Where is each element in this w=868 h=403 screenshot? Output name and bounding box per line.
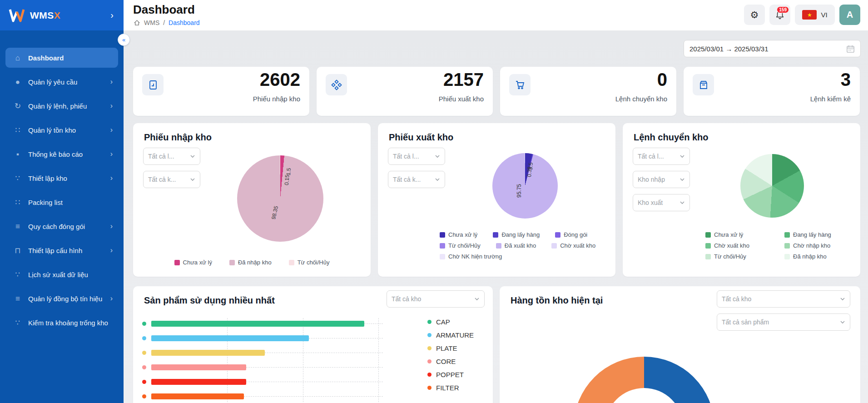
filter-select[interactable]: Kho nhập bbox=[633, 171, 690, 188]
sidebar-item[interactable]: ↻ Quản lý lệnh, phiếu › bbox=[5, 96, 118, 116]
import-receipt-icon bbox=[142, 74, 164, 95]
bar-chart-plot bbox=[142, 321, 383, 403]
bar-fill bbox=[151, 321, 364, 327]
card-title: Hàng tồn kho hiện tại bbox=[511, 295, 603, 306]
notifications-button[interactable]: 159 bbox=[769, 5, 790, 25]
bar-row bbox=[142, 321, 383, 327]
legend-item: Từ chối/Hủy bbox=[705, 253, 764, 260]
chevron-down-icon bbox=[190, 177, 195, 182]
date-range-picker[interactable]: 2025/03/01 → 2025/03/31 bbox=[684, 40, 861, 57]
bar-dashed-trail bbox=[246, 382, 383, 382]
card-title: Phiếu xuất kho bbox=[389, 132, 453, 143]
logo-text: WMSX bbox=[30, 10, 60, 21]
sidebar-item[interactable]: ≡ Quy cách đóng gói › bbox=[5, 216, 118, 236]
legend-label: FILTER bbox=[436, 384, 459, 392]
sidebar-item[interactable]: ▪ Thống kê báo cáo › bbox=[5, 144, 118, 164]
config-lock-icon: ⊓ bbox=[12, 247, 24, 254]
bar-category-dot bbox=[142, 365, 146, 369]
stocktake-order-icon bbox=[693, 74, 714, 95]
legend-item: PLATE bbox=[427, 344, 474, 352]
sidebar-item[interactable]: ∷ Quản lý tồn kho › bbox=[5, 120, 118, 140]
chevron-down-icon bbox=[190, 154, 195, 159]
warehouse-select[interactable]: Tất cả kho bbox=[387, 290, 485, 308]
sidebar-item[interactable]: ∷ Packing list bbox=[5, 192, 118, 212]
filter-select[interactable]: Tất cả l... bbox=[633, 148, 690, 165]
bar-track bbox=[151, 379, 383, 385]
home-icon bbox=[134, 20, 140, 26]
top-products-card: Sản phẩm sử dụng nhiều nhất Tất cả kho C… bbox=[133, 286, 493, 403]
bar-category-dot bbox=[142, 380, 146, 384]
bar-row bbox=[142, 379, 383, 385]
legend-dot bbox=[427, 333, 432, 337]
bar-track bbox=[151, 335, 383, 341]
legend-dot bbox=[427, 320, 432, 324]
stat-label: Lệnh kiểm kê bbox=[810, 95, 851, 103]
sidebar-expand-icon[interactable]: › bbox=[110, 10, 114, 20]
sidebar-item[interactable]: ⌂ Dashboard bbox=[5, 48, 118, 68]
pie-legend: Chưa xử lý Đang lấy hàng Đóng gói Từ chố… bbox=[440, 231, 609, 260]
inventory-management-icon: ∷ bbox=[12, 126, 24, 134]
legend-dot bbox=[427, 386, 432, 390]
export-receipt-icon bbox=[326, 74, 347, 95]
filter-select[interactable]: Tất cả k... bbox=[388, 171, 445, 188]
filter-select[interactable]: Kho xuất bbox=[633, 194, 690, 211]
avatar[interactable]: A bbox=[839, 5, 860, 25]
bar-fill bbox=[151, 350, 265, 356]
legend-label: POPPET bbox=[436, 371, 464, 378]
bar-fill bbox=[151, 393, 244, 399]
legend-dot bbox=[427, 359, 432, 363]
legend-item: Đã xuất kho bbox=[496, 242, 536, 249]
legend-label: CAP bbox=[436, 318, 450, 326]
settings-button[interactable]: ⚙ bbox=[744, 5, 765, 25]
pie-slice-label: 0.39 bbox=[526, 166, 533, 177]
chevron-right-icon: › bbox=[110, 174, 113, 182]
sidebar-item[interactable]: ∵ Lịch sử xuất dữ liệu bbox=[5, 264, 118, 284]
chevron-down-icon bbox=[474, 296, 480, 302]
breadcrumb-current[interactable]: Dashboard bbox=[169, 19, 200, 26]
legend-item: FILTER bbox=[427, 384, 474, 392]
chevron-down-icon bbox=[840, 296, 845, 302]
breadcrumb-root[interactable]: WMS bbox=[144, 19, 159, 26]
filter-select[interactable]: Tất cả l... bbox=[388, 148, 445, 165]
sidebar-item[interactable]: ∵ Thiết lập kho › bbox=[5, 168, 118, 188]
pie-chart-export bbox=[492, 153, 558, 219]
bar-fill bbox=[151, 379, 246, 385]
legend-label: ARMATURE bbox=[436, 331, 474, 339]
stat-value: 2602 bbox=[260, 70, 300, 90]
packaging-spec-icon: ≡ bbox=[12, 223, 24, 230]
legend-item: Chưa xử lý bbox=[174, 259, 212, 266]
legend-item: Chưa xử lý bbox=[440, 231, 477, 238]
sidebar-item[interactable]: ∵ Kiểm tra khoảng trống kho bbox=[5, 313, 118, 333]
sidebar-item[interactable]: ≡ Quản lý đồng bộ tín hiệu › bbox=[5, 289, 118, 308]
stat-card-import: 2602 Phiếu nhập kho bbox=[133, 67, 309, 116]
stat-value: 0 bbox=[657, 70, 667, 90]
bar-fill bbox=[151, 335, 309, 341]
chevron-right-icon: › bbox=[110, 126, 113, 134]
gridline bbox=[378, 318, 379, 403]
stat-card-export: 2157 Phiếu xuất kho bbox=[317, 67, 493, 116]
sidebar-collapse-button[interactable]: « bbox=[118, 34, 130, 46]
breadcrumb-separator: / bbox=[163, 19, 165, 26]
card-title: Phiếu nhập kho bbox=[144, 132, 212, 143]
legend-item: Đóng gói bbox=[555, 231, 587, 238]
legend-item: Đã nhập kho bbox=[229, 259, 272, 266]
filter-selects: Tất cả kho Tất cả sản phẩm bbox=[717, 290, 850, 331]
legend-item: Chờ nhập kho bbox=[784, 242, 843, 249]
vietnam-flag-icon: ★ bbox=[802, 10, 817, 20]
stock-filter-select[interactable]: Tất cả sản phẩm bbox=[717, 313, 850, 331]
bar-category-dot bbox=[142, 322, 146, 326]
stock-donut-chart bbox=[574, 357, 714, 403]
legend-item: Đã nhập kho bbox=[784, 253, 843, 260]
home-icon: ⌂ bbox=[12, 54, 24, 62]
bar-category-dot bbox=[142, 336, 146, 340]
stock-filter-select[interactable]: Tất cả kho bbox=[717, 290, 850, 308]
sidebar-item[interactable]: ● Quản lý yêu cầu › bbox=[5, 72, 118, 92]
filter-select[interactable]: Tất cả l... bbox=[143, 148, 200, 165]
legend-item: Chờ NK hiện trường bbox=[440, 253, 502, 260]
filter-select[interactable]: Tất cả k... bbox=[143, 171, 200, 188]
pie-slice-label: 0.15 bbox=[283, 174, 291, 185]
language-button[interactable]: ★ VI bbox=[795, 5, 835, 25]
sidebar: WMSX › ⌂ Dashboard ● Quản lý yêu cầu › ↻… bbox=[0, 0, 124, 403]
sidebar-item[interactable]: ⊓ Thiết lập cấu hình › bbox=[5, 240, 118, 260]
transfer-order-icon bbox=[509, 74, 531, 95]
